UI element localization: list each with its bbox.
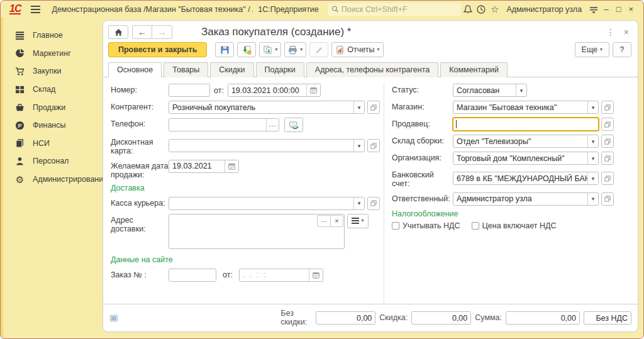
contractor-open-button[interactable] — [367, 101, 380, 114]
totals-list-icon[interactable] — [109, 314, 118, 323]
total-input[interactable]: 0,00 — [506, 311, 580, 325]
courier-cash-dropdown-icon[interactable]: ▾ — [353, 197, 364, 209]
tab-main[interactable]: Основное — [108, 62, 162, 77]
delivery-section-header: Доставка — [111, 184, 380, 192]
responsible-dropdown-icon[interactable]: ▾ — [587, 193, 598, 205]
post-document-button[interactable] — [237, 42, 256, 57]
forward-button[interactable]: → — [152, 25, 172, 39]
sidebar-item-nsi[interactable]: НСИ — [3, 135, 101, 153]
phone-choose-button[interactable]: ... — [266, 119, 279, 131]
contractor-dropdown-icon[interactable]: ▾ — [353, 101, 364, 113]
discount-card-open-button[interactable] — [367, 139, 380, 152]
store-dropdown-icon[interactable]: ▾ — [587, 101, 598, 113]
assembly-warehouse-open-button[interactable] — [601, 135, 614, 148]
responsible-open-button[interactable] — [601, 192, 614, 206]
history-icon[interactable] — [475, 3, 488, 16]
user-name[interactable]: Администратор узла — [506, 5, 582, 14]
desired-date-input[interactable]: 19.03.2021 — [169, 160, 239, 173]
window-close-button[interactable]: × — [625, 4, 638, 14]
tab-gifts[interactable]: Подарки — [256, 62, 304, 77]
site-order-no-input[interactable] — [169, 269, 216, 282]
discount-label: Скидка: — [379, 314, 408, 323]
tab-comment[interactable]: Комментарий — [440, 62, 508, 77]
store-open-button[interactable] — [601, 101, 614, 114]
delivery-address-input[interactable]: ... × — [169, 214, 345, 249]
search-input[interactable] — [341, 5, 458, 14]
service-menu-icon[interactable] — [587, 3, 600, 16]
address-choose-button[interactable]: ... — [317, 215, 330, 227]
main-menu-icon[interactable] — [31, 6, 40, 13]
no-discount-input[interactable]: 0,00 — [316, 311, 375, 325]
post-and-close-button[interactable]: Провести и закрыть — [108, 42, 207, 57]
help-button[interactable]: ? — [613, 42, 631, 57]
vat-account-checkbox[interactable]: Учитывать НДС — [392, 221, 460, 230]
calendar-icon[interactable] — [309, 269, 323, 281]
courier-cash-open-button[interactable] — [367, 197, 380, 210]
courier-cash-label: Касса курьера: — [111, 197, 169, 208]
sidebar-item-main[interactable]: Главное — [3, 26, 101, 45]
favorites-star-icon[interactable]: ☆ — [488, 3, 501, 16]
organization-input[interactable]: Торговый дом "Комплексный" ▾ — [453, 152, 599, 165]
address-clear-button[interactable]: × — [330, 215, 343, 227]
discount-card-dropdown-icon[interactable]: ▾ — [353, 140, 364, 152]
assembly-warehouse-value: Отдел "Телевизоры" — [453, 137, 587, 146]
save-button[interactable] — [215, 42, 234, 57]
discount-input[interactable]: 0,00 — [411, 311, 471, 325]
back-button[interactable]: ← — [132, 25, 152, 39]
bank-account-open-button[interactable] — [601, 172, 614, 185]
phone-input[interactable]: ... — [169, 118, 279, 131]
site-order-date-input[interactable]: . . : : — [239, 269, 323, 282]
global-search[interactable] — [328, 3, 462, 16]
address-menu-button[interactable]: ▾ — [347, 214, 369, 228]
more-actions-icon[interactable]: ⋮ — [606, 27, 615, 37]
more-button[interactable]: Еще ▾ — [575, 42, 609, 57]
seller-open-button[interactable] — [601, 118, 614, 131]
sidebar-item-marketing[interactable]: Маркетинг — [3, 45, 101, 63]
responsible-label: Ответственный: — [392, 192, 453, 203]
contractor-input[interactable]: Розничный покупатель ▾ — [169, 101, 365, 114]
tab-addresses[interactable]: Адреса, телефоны контрагента — [306, 62, 438, 77]
reports-button[interactable]: Отчеты ▾ — [331, 42, 383, 57]
bank-account-dropdown-icon[interactable]: ▾ — [587, 172, 598, 184]
notifications-bell-icon[interactable] — [461, 3, 474, 16]
courier-cash-input[interactable]: ▾ — [169, 197, 365, 210]
app-name: 1С:Предприятие — [258, 5, 319, 14]
sidebar-item-personnel[interactable]: Персонал — [3, 152, 101, 170]
order-date-input[interactable]: 19.03.2021 0:00:00 — [228, 84, 321, 97]
sidebar-item-purchases[interactable]: Закупки — [3, 62, 101, 81]
home-button[interactable] — [108, 25, 128, 39]
forward-arrow-icon: → — [158, 27, 167, 37]
tab-discounts[interactable]: Скидки — [210, 62, 253, 77]
contractor-value: Розничный покупатель — [169, 103, 353, 112]
form-close-button[interactable]: × — [624, 27, 629, 37]
price-includes-vat-checkbox[interactable]: Цена включает НДС — [472, 221, 557, 230]
print-button[interactable]: ▾ — [284, 42, 306, 57]
organization-dropdown-icon[interactable]: ▾ — [587, 152, 598, 164]
sidebar-item-sales[interactable]: Продажи — [3, 98, 101, 116]
calendar-icon[interactable] — [306, 84, 320, 96]
copy-button[interactable]: ▾ — [259, 42, 281, 57]
status-dropdown-icon[interactable]: ▾ — [516, 84, 526, 96]
status-input[interactable]: Согласован ▾ — [453, 84, 527, 97]
sidebar-item-administration[interactable]: ⚙ Администрирование — [3, 170, 101, 189]
maximize-button[interactable]: □ — [613, 4, 625, 14]
bank-account-input[interactable]: 6789 в КБ "МЕЖДУНАРОДНЫЙ БАНК РАЗВИТИЯ ▾ — [453, 172, 599, 185]
assembly-warehouse-input[interactable]: Отдел "Телевизоры" ▾ — [453, 135, 599, 148]
copy-icon — [263, 45, 272, 55]
sidebar-item-label: НСИ — [33, 139, 50, 148]
organization-open-button[interactable] — [601, 152, 614, 165]
discount-card-input[interactable]: ▾ — [169, 139, 365, 152]
assembly-warehouse-dropdown-icon[interactable]: ▾ — [587, 135, 598, 147]
minimize-button[interactable]: – — [600, 4, 613, 14]
seller-input-focused[interactable] — [453, 118, 599, 131]
responsible-input[interactable]: Администратор узла ▾ — [453, 192, 599, 206]
store-input[interactable]: Магазин "Бытовая техника" ▾ — [453, 101, 599, 114]
send-sms-button[interactable] — [284, 118, 303, 132]
number-input[interactable] — [169, 84, 210, 97]
page-title: Заказ покупателя (создание) * — [201, 26, 351, 38]
sidebar-item-warehouse[interactable]: Склад — [3, 81, 101, 99]
bank-account-label: Банковский счет: — [392, 169, 453, 189]
calendar-icon[interactable] — [225, 160, 238, 172]
tab-goods[interactable]: Товары — [164, 62, 208, 77]
sidebar-item-finance[interactable]: P Финансы — [3, 116, 101, 135]
